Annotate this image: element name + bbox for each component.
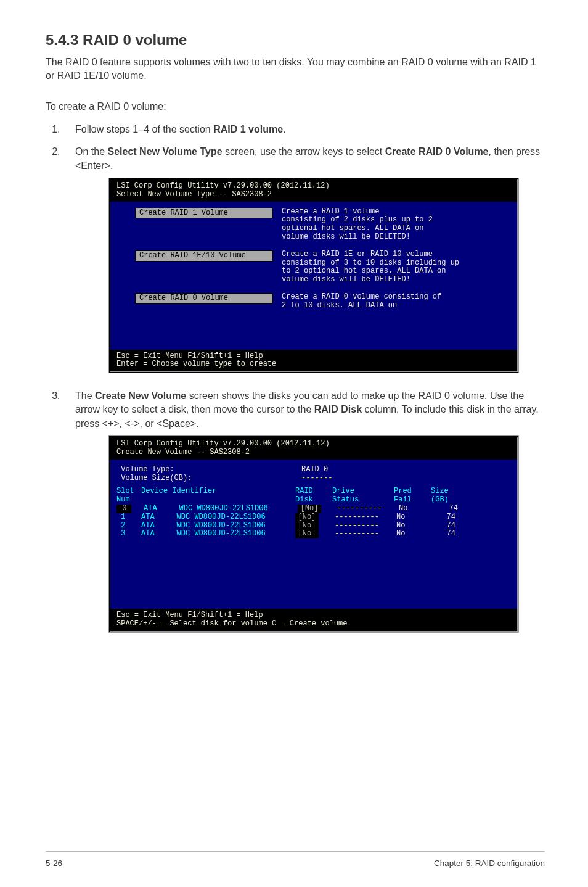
step3-text-a: The	[75, 390, 95, 401]
term1-option-raid1e-desc: Create a RAID 1E or RAID 10 volume consi…	[282, 250, 459, 284]
step2-text-a: On the	[75, 146, 107, 157]
term1-option-raid1-desc: Create a RAID 1 volume consisting of 2 d…	[282, 208, 433, 242]
device-id: ATA WDC WD800JD-22LS1D06	[144, 505, 298, 513]
term1-option-raid1e[interactable]: Create RAID 1E/10 Volume	[135, 250, 273, 262]
step2-bold-b: Select New Volume Type	[107, 146, 222, 157]
pred-fail: No	[396, 522, 433, 530]
hdr-disk: Disk	[295, 496, 332, 505]
hdr-num: Num	[116, 496, 141, 505]
hdr-device: Device Identifier	[141, 487, 295, 496]
hdr-status: Status	[332, 496, 394, 505]
device-id: ATA WDC WD800JD-22LS1D06	[141, 530, 295, 538]
slot-num: 1	[116, 513, 129, 522]
chapter-label: Chapter 5: RAID configuration	[434, 858, 545, 870]
disk-row[interactable]: 0 ATA WDC WD800JD-22LS1D06 [No] --------…	[116, 505, 511, 513]
step3-bold-d: RAID Disk	[314, 404, 362, 415]
terminal-1: LSI Corp Config Utility v7.29.00.00 (201…	[108, 178, 519, 373]
pred-fail: No	[399, 505, 436, 513]
drive-status: ----------	[335, 530, 396, 538]
step-2: On the Select New Volume Type screen, us…	[63, 145, 545, 373]
term1-option-raid0[interactable]: Create RAID 0 Volume	[135, 293, 273, 304]
terminal-2: LSI Corp Config Utility v7.29.00.00 (201…	[108, 435, 519, 633]
hdr-blank	[141, 496, 295, 505]
size-gb: 74	[433, 530, 455, 538]
footer-rule	[46, 851, 545, 852]
intro-paragraph: The RAID 0 feature supports volumes with…	[46, 56, 545, 83]
step-1: Follow steps 1–4 of the section RAID 1 v…	[63, 123, 545, 136]
hdr-pred: Pred	[394, 487, 431, 496]
term2-voltype-value: RAID 0	[301, 466, 328, 474]
disk-row[interactable]: 3 ATA WDC WD800JD-22LS1D06 [No] --------…	[116, 530, 511, 538]
step2-bold-d: Create RAID 0 Volume	[385, 146, 489, 157]
term1-subtitle: Select New Volume Type -- SAS2308-2	[116, 191, 511, 199]
term2-voltype-label: Volume Type:	[116, 466, 301, 474]
hdr-gb: (GB)	[431, 496, 449, 505]
raid-disk-cell[interactable]: [No]	[295, 522, 319, 530]
step1-text-a: Follow steps 1–4 of the section	[75, 124, 213, 134]
step1-bold: RAID 1 volume	[213, 124, 283, 134]
term1-footer-1: Esc = Exit Menu F1/Shift+1 = Help	[116, 352, 511, 361]
term1-option-raid1[interactable]: Create RAID 1 Volume	[135, 208, 273, 219]
size-gb: 74	[436, 505, 458, 513]
page-number: 5-26	[46, 858, 62, 870]
step2-text-c: screen, use the arrow keys to select	[223, 146, 385, 157]
term2-subtitle: Create New Volume -- SAS2308-2	[116, 448, 511, 457]
raid-disk-cell[interactable]: [No]	[298, 505, 321, 513]
raid-disk-cell[interactable]: [No]	[295, 530, 319, 538]
term2-volsize-value: -------	[301, 474, 332, 483]
disk-row[interactable]: 2 ATA WDC WD800JD-22LS1D06 [No] --------…	[116, 522, 511, 530]
term2-footer-2: SPACE/+/- = Select disk for volume C = C…	[116, 620, 511, 629]
section-heading: 5.4.3 RAID 0 volume	[46, 30, 545, 51]
term1-title: LSI Corp Config Utility v7.29.00.00 (201…	[116, 182, 511, 191]
device-id: ATA WDC WD800JD-22LS1D06	[141, 513, 295, 522]
step3-bold-b: Create New Volume	[95, 390, 186, 401]
hdr-size: Size	[431, 487, 449, 496]
slot-num: 0	[116, 505, 131, 513]
term2-volsize-label: Volume Size(GB):	[116, 474, 301, 483]
term2-footer-1: Esc = Exit Menu F1/Shift+1 = Help	[116, 611, 511, 620]
slot-num: 2	[116, 522, 129, 530]
hdr-fail: Fail	[394, 496, 431, 505]
drive-status: ----------	[337, 505, 399, 513]
size-gb: 74	[433, 522, 455, 530]
term1-option-raid0-desc: Create a RAID 0 volume consisting of 2 t…	[282, 293, 441, 310]
drive-status: ----------	[335, 522, 396, 530]
pred-fail: No	[396, 530, 433, 538]
slot-num: 3	[116, 530, 129, 538]
step-3: The Create New Volume screen shows the d…	[63, 389, 545, 633]
size-gb: 74	[433, 513, 455, 522]
raid-disk-cell[interactable]: [No]	[295, 513, 319, 522]
disk-row[interactable]: 1 ATA WDC WD800JD-22LS1D06 [No] --------…	[116, 513, 511, 522]
hdr-slot: Slot	[116, 487, 141, 496]
term1-footer-2: Enter = Choose volume type to create	[116, 360, 511, 369]
drive-status: ----------	[335, 513, 396, 522]
term2-title: LSI Corp Config Utility v7.29.00.00 (201…	[116, 440, 511, 448]
hdr-drive: Drive	[332, 487, 394, 496]
hdr-raid: RAID	[295, 487, 332, 496]
lead-paragraph: To create a RAID 0 volume:	[46, 100, 545, 113]
device-id: ATA WDC WD800JD-22LS1D06	[141, 522, 295, 530]
pred-fail: No	[396, 513, 433, 522]
step1-text-c: .	[283, 124, 285, 134]
